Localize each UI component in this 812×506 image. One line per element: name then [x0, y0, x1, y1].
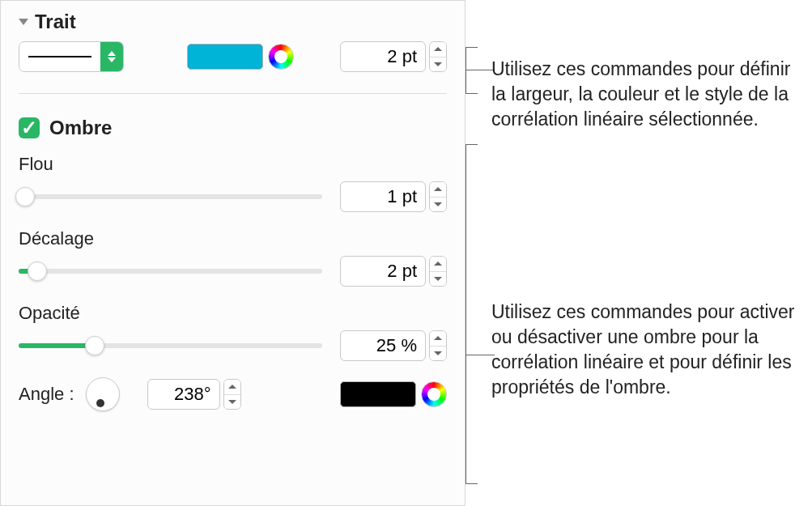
blur-slider[interactable] [19, 185, 322, 209]
angle-down-button[interactable] [224, 395, 240, 410]
shadow-checkbox[interactable]: ✓ [19, 117, 40, 138]
bracket-icon [466, 47, 483, 94]
stroke-width-down-button[interactable] [430, 57, 446, 72]
callout-trait: Utilisez ces commandes pour définir la l… [491, 57, 807, 132]
stroke-color-group [187, 44, 294, 70]
blur-stepper [340, 181, 447, 212]
color-wheel-icon[interactable] [268, 44, 294, 70]
offset-down-button[interactable] [430, 272, 446, 287]
opacity-down-button[interactable] [430, 347, 446, 361]
angle-stepper [147, 379, 241, 410]
opacity-slider[interactable] [19, 334, 322, 358]
stroke-style-preview [19, 42, 100, 71]
angle-indicator-icon [96, 399, 104, 407]
chevron-down-icon [19, 19, 28, 25]
bracket-icon [466, 144, 483, 484]
angle-input[interactable] [147, 379, 220, 410]
opacity-up-button[interactable] [430, 331, 446, 347]
trait-controls-row [19, 41, 447, 72]
blur-input[interactable] [340, 181, 426, 212]
shadow-color-group [340, 381, 447, 407]
offset-group: Décalage [19, 228, 447, 287]
opacity-label: Opacité [19, 303, 447, 324]
stroke-width-input[interactable] [340, 41, 426, 72]
angle-row: Angle : [19, 377, 447, 411]
stroke-width-stepper [340, 41, 447, 72]
opacity-stepper [340, 330, 447, 361]
stroke-width-up-button[interactable] [430, 42, 446, 57]
stroke-width-stepper-buttons [429, 41, 447, 72]
blur-group: Flou [19, 154, 447, 212]
angle-label: Angle : [19, 384, 74, 405]
callouts: Utilisez ces commandes pour définir la l… [466, 0, 812, 506]
offset-input[interactable] [340, 256, 426, 287]
shadow-color-swatch[interactable] [340, 381, 416, 407]
trait-section-header[interactable]: Trait [19, 6, 447, 41]
trait-section-label: Trait [35, 11, 76, 33]
popup-arrows-icon [100, 42, 123, 71]
callout-shadow: Utilisez ces commandes pour activer ou d… [491, 300, 807, 400]
section-divider [19, 93, 447, 94]
blur-label: Flou [19, 154, 447, 175]
style-panel: Trait ✓ Ombre Flou [0, 0, 466, 506]
stroke-style-popup[interactable] [19, 41, 124, 72]
offset-up-button[interactable] [430, 257, 446, 272]
shadow-checkbox-row: ✓ Ombre [19, 117, 447, 139]
angle-dial[interactable] [86, 377, 120, 411]
offset-slider[interactable] [19, 259, 322, 283]
line-icon [28, 56, 91, 57]
offset-label: Décalage [19, 228, 447, 249]
blur-up-button[interactable] [430, 182, 446, 198]
angle-up-button[interactable] [224, 380, 240, 395]
opacity-group: Opacité [19, 303, 447, 361]
blur-down-button[interactable] [430, 198, 446, 212]
offset-stepper [340, 256, 447, 287]
shadow-section-label: Ombre [49, 117, 112, 139]
stroke-color-swatch[interactable] [187, 44, 263, 70]
color-wheel-icon[interactable] [421, 381, 447, 407]
opacity-input[interactable] [340, 330, 426, 361]
